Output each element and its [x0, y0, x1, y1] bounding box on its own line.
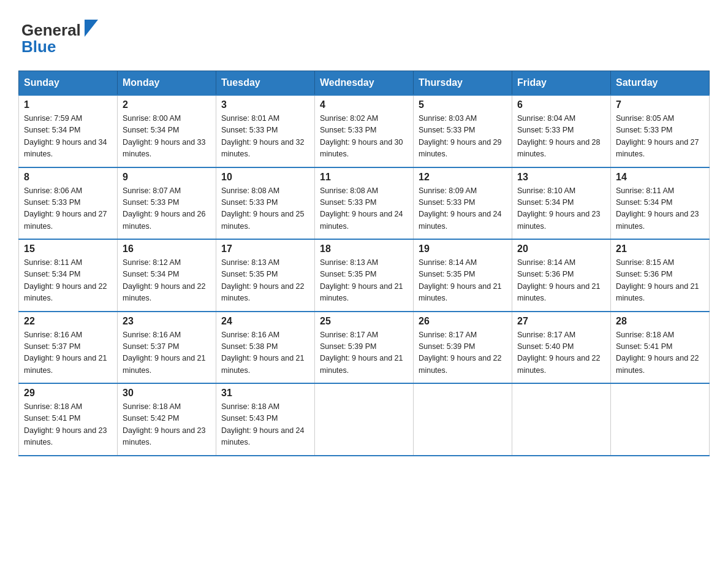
calendar-cell: 26 Sunrise: 8:17 AMSunset: 5:39 PMDaylig…: [414, 312, 512, 384]
weekday-header-row: SundayMondayTuesdayWednesdayThursdayFrid…: [19, 71, 710, 96]
day-number: 19: [419, 243, 507, 255]
day-number: 3: [221, 99, 309, 110]
weekday-header-friday: Friday: [512, 71, 611, 96]
day-number: 24: [221, 316, 309, 327]
day-number: 23: [123, 316, 211, 327]
calendar-cell: 17 Sunrise: 8:13 AMSunset: 5:35 PMDaylig…: [216, 239, 315, 312]
day-info: Sunrise: 8:05 AMSunset: 5:33 PMDaylight:…: [616, 114, 699, 158]
week-row-2: 8 Sunrise: 8:06 AMSunset: 5:33 PMDayligh…: [19, 167, 710, 240]
calendar-cell: 27 Sunrise: 8:17 AMSunset: 5:40 PMDaylig…: [512, 312, 611, 384]
calendar-cell: 10 Sunrise: 8:08 AMSunset: 5:33 PMDaylig…: [216, 167, 315, 240]
svg-text:Blue: Blue: [21, 37, 56, 56]
week-row-4: 22 Sunrise: 8:16 AMSunset: 5:37 PMDaylig…: [19, 312, 710, 384]
day-number: 13: [517, 172, 605, 183]
weekday-header-sunday: Sunday: [19, 71, 118, 96]
calendar-cell: [414, 383, 512, 456]
calendar-cell: 2 Sunrise: 8:00 AMSunset: 5:34 PMDayligh…: [118, 95, 216, 167]
day-number: 14: [616, 172, 704, 183]
day-info: Sunrise: 8:08 AMSunset: 5:33 PMDaylight:…: [221, 186, 305, 231]
day-info: Sunrise: 8:12 AMSunset: 5:34 PMDaylight:…: [123, 258, 206, 302]
day-info: Sunrise: 8:11 AMSunset: 5:34 PMDaylight:…: [616, 186, 699, 231]
logo-svg: General Blue: [18, 12, 104, 58]
day-number: 2: [123, 99, 211, 110]
weekday-header-wednesday: Wednesday: [315, 71, 414, 96]
calendar-cell: 29 Sunrise: 8:18 AMSunset: 5:41 PMDaylig…: [19, 383, 118, 456]
week-row-1: 1 Sunrise: 7:59 AMSunset: 5:34 PMDayligh…: [19, 95, 710, 167]
calendar-cell: 25 Sunrise: 8:17 AMSunset: 5:39 PMDaylig…: [315, 312, 414, 384]
day-info: Sunrise: 8:03 AMSunset: 5:33 PMDaylight:…: [419, 114, 502, 158]
day-info: Sunrise: 8:02 AMSunset: 5:33 PMDaylight:…: [320, 114, 403, 158]
week-row-5: 29 Sunrise: 8:18 AMSunset: 5:41 PMDaylig…: [19, 383, 710, 456]
weekday-header-saturday: Saturday: [611, 71, 710, 96]
day-number: 21: [616, 243, 704, 255]
day-number: 6: [517, 99, 605, 110]
calendar-cell: 6 Sunrise: 8:04 AMSunset: 5:33 PMDayligh…: [512, 95, 611, 167]
calendar-cell: 24 Sunrise: 8:16 AMSunset: 5:38 PMDaylig…: [216, 312, 315, 384]
day-info: Sunrise: 8:06 AMSunset: 5:33 PMDaylight:…: [24, 186, 107, 231]
calendar-cell: 12 Sunrise: 8:09 AMSunset: 5:33 PMDaylig…: [414, 167, 512, 240]
day-info: Sunrise: 8:17 AMSunset: 5:39 PMDaylight:…: [419, 331, 502, 375]
calendar-cell: 8 Sunrise: 8:06 AMSunset: 5:33 PMDayligh…: [19, 167, 118, 240]
day-info: Sunrise: 8:13 AMSunset: 5:35 PMDaylight:…: [221, 258, 305, 302]
svg-text:General: General: [21, 21, 81, 39]
calendar-cell: 21 Sunrise: 8:15 AMSunset: 5:36 PMDaylig…: [611, 239, 710, 312]
weekday-header-tuesday: Tuesday: [216, 71, 315, 96]
day-info: Sunrise: 8:17 AMSunset: 5:39 PMDaylight:…: [320, 331, 403, 375]
day-info: Sunrise: 8:09 AMSunset: 5:33 PMDaylight:…: [419, 186, 502, 231]
day-info: Sunrise: 8:18 AMSunset: 5:41 PMDaylight:…: [24, 402, 107, 446]
svg-marker-1: [85, 20, 98, 37]
page-header: General Blue: [18, 12, 710, 58]
day-info: Sunrise: 8:08 AMSunset: 5:33 PMDaylight:…: [320, 186, 403, 231]
day-info: Sunrise: 8:18 AMSunset: 5:43 PMDaylight:…: [221, 402, 305, 446]
day-info: Sunrise: 8:16 AMSunset: 5:37 PMDaylight:…: [24, 331, 107, 375]
calendar-cell: 7 Sunrise: 8:05 AMSunset: 5:33 PMDayligh…: [611, 95, 710, 167]
day-info: Sunrise: 8:00 AMSunset: 5:34 PMDaylight:…: [123, 114, 206, 158]
calendar-cell: 1 Sunrise: 7:59 AMSunset: 5:34 PMDayligh…: [19, 95, 118, 167]
day-info: Sunrise: 8:16 AMSunset: 5:37 PMDaylight:…: [123, 331, 206, 375]
weekday-header-monday: Monday: [118, 71, 216, 96]
day-number: 1: [24, 99, 112, 110]
calendar-cell: 19 Sunrise: 8:14 AMSunset: 5:35 PMDaylig…: [414, 239, 512, 312]
day-info: Sunrise: 8:18 AMSunset: 5:41 PMDaylight:…: [616, 331, 699, 375]
day-number: 8: [24, 172, 112, 183]
day-number: 5: [419, 99, 507, 110]
day-number: 26: [419, 316, 507, 327]
day-number: 28: [616, 316, 704, 327]
day-number: 10: [221, 172, 309, 183]
calendar-cell: 5 Sunrise: 8:03 AMSunset: 5:33 PMDayligh…: [414, 95, 512, 167]
day-info: Sunrise: 8:14 AMSunset: 5:36 PMDaylight:…: [517, 258, 601, 302]
calendar-cell: 18 Sunrise: 8:13 AMSunset: 5:35 PMDaylig…: [315, 239, 414, 312]
day-number: 7: [616, 99, 704, 110]
calendar-cell: 13 Sunrise: 8:10 AMSunset: 5:34 PMDaylig…: [512, 167, 611, 240]
day-number: 18: [320, 243, 408, 255]
calendar-cell: 22 Sunrise: 8:16 AMSunset: 5:37 PMDaylig…: [19, 312, 118, 384]
day-number: 20: [517, 243, 605, 255]
calendar-cell: 3 Sunrise: 8:01 AMSunset: 5:33 PMDayligh…: [216, 95, 315, 167]
calendar-table: SundayMondayTuesdayWednesdayThursdayFrid…: [18, 71, 710, 456]
day-number: 9: [123, 172, 211, 183]
day-info: Sunrise: 8:01 AMSunset: 5:33 PMDaylight:…: [221, 114, 305, 158]
day-info: Sunrise: 8:16 AMSunset: 5:38 PMDaylight:…: [221, 331, 305, 375]
day-number: 22: [24, 316, 112, 327]
calendar-cell: [315, 383, 414, 456]
day-number: 17: [221, 243, 309, 255]
day-number: 31: [221, 388, 309, 399]
calendar-cell: 28 Sunrise: 8:18 AMSunset: 5:41 PMDaylig…: [611, 312, 710, 384]
week-row-3: 15 Sunrise: 8:11 AMSunset: 5:34 PMDaylig…: [19, 239, 710, 312]
weekday-header-thursday: Thursday: [414, 71, 512, 96]
day-number: 30: [123, 388, 211, 399]
calendar-cell: 20 Sunrise: 8:14 AMSunset: 5:36 PMDaylig…: [512, 239, 611, 312]
day-info: Sunrise: 8:17 AMSunset: 5:40 PMDaylight:…: [517, 331, 601, 375]
day-info: Sunrise: 8:15 AMSunset: 5:36 PMDaylight:…: [616, 258, 699, 302]
day-number: 12: [419, 172, 507, 183]
day-info: Sunrise: 8:14 AMSunset: 5:35 PMDaylight:…: [419, 258, 502, 302]
calendar-cell: 31 Sunrise: 8:18 AMSunset: 5:43 PMDaylig…: [216, 383, 315, 456]
day-info: Sunrise: 8:13 AMSunset: 5:35 PMDaylight:…: [320, 258, 403, 302]
calendar-cell: 14 Sunrise: 8:11 AMSunset: 5:34 PMDaylig…: [611, 167, 710, 240]
day-info: Sunrise: 8:18 AMSunset: 5:42 PMDaylight:…: [123, 402, 206, 446]
calendar-cell: 9 Sunrise: 8:07 AMSunset: 5:33 PMDayligh…: [118, 167, 216, 240]
day-number: 29: [24, 388, 112, 399]
day-info: Sunrise: 8:11 AMSunset: 5:34 PMDaylight:…: [24, 258, 107, 302]
day-number: 16: [123, 243, 211, 255]
calendar-cell: 16 Sunrise: 8:12 AMSunset: 5:34 PMDaylig…: [118, 239, 216, 312]
